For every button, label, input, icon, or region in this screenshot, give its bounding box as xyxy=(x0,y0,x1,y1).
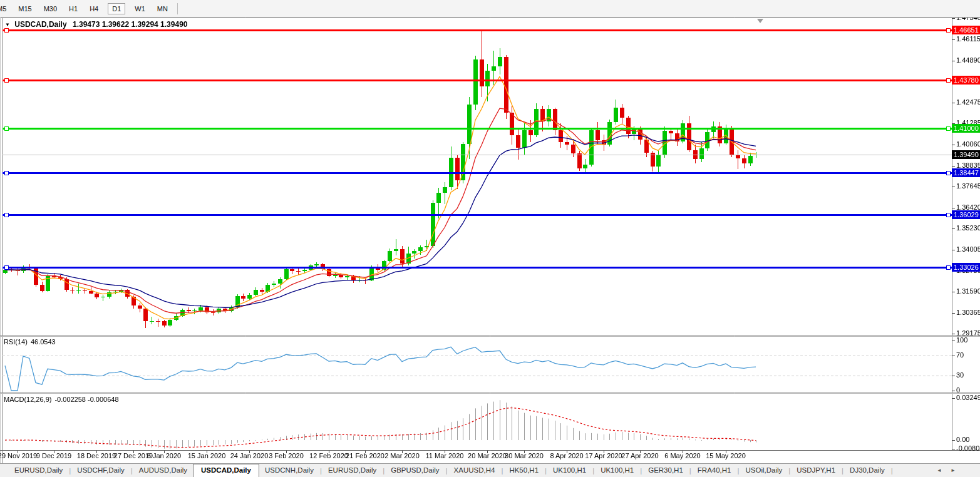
macd-tick-label: 0.032493 xyxy=(956,394,980,401)
time-axis-label: 8 Apr 2020 xyxy=(550,452,583,459)
price-badge: 1.46651 xyxy=(952,26,980,34)
price-tick-label: 1.30365 xyxy=(956,309,980,316)
timeframe-button-d1[interactable]: D1 xyxy=(108,3,125,14)
time-axis-label: 24 Jan 2020 xyxy=(230,452,269,459)
hline-support-2[interactable] xyxy=(3,214,952,216)
hline-pivot-line[interactable] xyxy=(3,128,952,130)
macd-tick-label: 0.00 xyxy=(956,436,969,443)
price-tick-label: 1.42475 xyxy=(956,98,980,106)
hline-support-1[interactable] xyxy=(3,172,952,174)
last-price-line xyxy=(3,155,952,155)
symbol-tab-dj30-15[interactable]: DJ30,Daily xyxy=(844,464,890,477)
time-axis-label: 12 Feb 2020 xyxy=(309,452,348,459)
time-axis-label: 15 Jan 2020 xyxy=(188,452,226,459)
macd-name: MACD(12,26,9) xyxy=(4,396,51,403)
time-axis-label: 2 Mar 2020 xyxy=(384,452,420,459)
tab-separator: | xyxy=(890,467,894,474)
rsi-name: RSI(14) xyxy=(4,338,28,346)
symbol-tab-usdcnh-4[interactable]: USDCNH,Daily xyxy=(259,464,319,477)
symbol-tab-hk50-8[interactable]: HK50,H1 xyxy=(503,464,544,477)
time-axis-label: 20 Mar 2020 xyxy=(468,452,507,459)
hline-handle-left[interactable] xyxy=(4,171,9,175)
chart-title-symbol: USDCAD,Daily xyxy=(14,20,66,29)
rsi-tick-label: 30 xyxy=(956,371,964,379)
hline-resistance-2[interactable] xyxy=(3,80,952,81)
hline-handle-left[interactable] xyxy=(4,126,9,131)
chart-canvas[interactable] xyxy=(0,0,980,477)
hline-handle-right[interactable] xyxy=(946,171,951,175)
price-badge: 1.43780 xyxy=(952,76,980,85)
hline-handle-right[interactable] xyxy=(946,265,951,270)
time-axis-label: 6 May 2020 xyxy=(664,452,700,459)
hline-handle-left[interactable] xyxy=(4,28,9,33)
time-axis-label: 30 Mar 2020 xyxy=(505,452,544,459)
price-tick-label: 1.35230 xyxy=(956,224,980,232)
symbol-tab-bar: EURUSD,Daily|USDCHF,Daily|AUDUSD,DailyUS… xyxy=(0,463,980,477)
rsi-tick-label: 70 xyxy=(956,351,964,359)
price-tick-label: 1.44890 xyxy=(956,56,980,64)
time-axis-label: 15 May 2020 xyxy=(706,452,746,459)
symbol-tab-usdjpy-14[interactable]: USDJPY,H1 xyxy=(791,464,841,477)
symbol-tab-usdcad-3[interactable]: USDCAD,Daily xyxy=(193,464,259,477)
price-tick-label: 1.40060 xyxy=(956,140,980,148)
rsi-value: 46.0543 xyxy=(31,338,56,346)
tab-scroll-right-icon[interactable]: ► xyxy=(951,468,956,473)
price-tick-label: 1.31590 xyxy=(956,287,980,295)
time-axis-label: 29 Nov 2019 xyxy=(0,452,37,459)
hline-support-3[interactable] xyxy=(3,267,952,269)
time-axis-label: 9 Dec 2019 xyxy=(36,452,71,459)
macd-tick-label: -0.008086 xyxy=(956,444,980,452)
macd-values: -0.002258 -0.000648 xyxy=(54,396,118,403)
macd-indicator-label: MACD(12,26,9)-0.002258 -0.000648 xyxy=(4,396,119,403)
chart-title-ohlc: 1.39473 1.39622 1.39294 1.39490 xyxy=(73,20,188,29)
symbol-tab-usdchf-1[interactable]: USDCHF,Daily xyxy=(71,464,130,477)
time-axis-label: 27 Apr 2020 xyxy=(621,452,658,459)
chart-title: ▼ USDCAD,Daily 1.39473 1.39622 1.39294 1… xyxy=(5,20,187,29)
timeframe-button-m5[interactable]: M5 xyxy=(0,4,9,14)
hline-handle-left[interactable] xyxy=(4,265,9,270)
timeframe-button-m30[interactable]: M30 xyxy=(41,4,59,14)
time-axis-label: 21 Feb 2020 xyxy=(346,452,384,459)
symbol-tab-xauusd-7[interactable]: XAUUSD,H4 xyxy=(448,464,501,477)
time-axis-label: 6 Jan 2020 xyxy=(147,452,181,459)
rsi-tick-label: 100 xyxy=(956,336,967,344)
hline-handle-right[interactable] xyxy=(946,213,951,217)
timeframe-button-w1[interactable]: W1 xyxy=(132,4,148,14)
timeframe-button-h4[interactable]: H4 xyxy=(87,4,101,14)
hline-handle-right[interactable] xyxy=(946,78,951,83)
tab-scroll-left-icon[interactable]: ◄ xyxy=(937,468,942,473)
timeframe-button-m15[interactable]: M15 xyxy=(16,4,34,14)
price-badge: 1.38447 xyxy=(952,168,980,177)
hline-handle-left[interactable] xyxy=(4,78,9,83)
symbol-tab-audusd-2[interactable]: AUDUSD,Daily xyxy=(133,464,193,477)
hline-handle-right[interactable] xyxy=(946,126,951,131)
price-badge: 1.36029 xyxy=(952,210,980,219)
timeframe-toolbar: M5M15M30H1H4D1W1MN xyxy=(0,0,980,18)
mt4-window: M5M15M30H1H4D1W1MN ▼ USDCAD,Daily 1.3947… xyxy=(0,0,980,477)
time-axis-label: 11 Mar 2020 xyxy=(426,452,464,459)
symbol-tab-eurusd-0[interactable]: EURUSD,Daily xyxy=(9,464,68,477)
timeframe-button-h1[interactable]: H1 xyxy=(66,4,80,14)
time-axis-label: 3 Feb 2020 xyxy=(269,452,304,459)
symbol-tab-ger30-11[interactable]: GER30,H1 xyxy=(642,464,689,477)
rsi-tick-label: 0 xyxy=(956,386,960,394)
chart-dropdown-icon[interactable]: ▼ xyxy=(5,22,10,28)
rsi-indicator-label: RSI(14)46.0543 xyxy=(4,338,56,346)
price-badge: 1.33026 xyxy=(952,263,980,272)
price-tick-label: 1.46115 xyxy=(956,35,980,43)
chart-shift-marker[interactable] xyxy=(757,19,763,23)
time-axis-label: 18 Dec 2019 xyxy=(77,452,116,459)
timeframe-button-mn[interactable]: MN xyxy=(155,4,170,14)
hline-handle-left[interactable] xyxy=(4,213,9,217)
symbol-tab-gbpusd-6[interactable]: GBPUSD,Daily xyxy=(385,464,445,477)
time-axis-label: 17 Apr 2020 xyxy=(585,452,622,459)
symbol-tab-usoil-13[interactable]: USOil,Daily xyxy=(740,464,788,477)
symbol-tab-uk100-9[interactable]: UK100,H1 xyxy=(547,464,592,477)
price-badge: 1.41000 xyxy=(952,124,980,133)
hline-handle-right[interactable] xyxy=(946,28,951,33)
price-badge: 1.39490 xyxy=(952,150,980,159)
symbol-tab-fra40-12[interactable]: FRA40,H1 xyxy=(692,464,737,477)
symbol-tab-eurusd-5[interactable]: EURUSD,Daily xyxy=(322,464,382,477)
hline-resistance-1[interactable] xyxy=(3,29,952,31)
symbol-tab-uk100-10[interactable]: UK100,H1 xyxy=(595,464,639,477)
